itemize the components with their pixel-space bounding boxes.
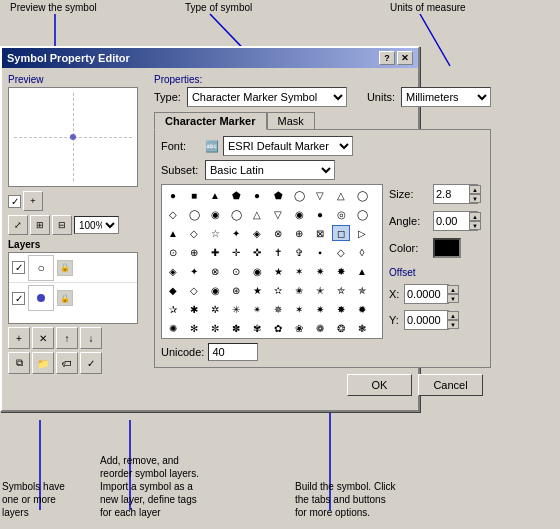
symbol-cell-16[interactable]: ◉ [290, 206, 308, 222]
symbol-cell-9[interactable]: ◯ [353, 187, 371, 203]
tab-mask[interactable]: Mask [267, 112, 315, 130]
help-button[interactable]: ? [379, 51, 395, 65]
symbol-cell-1[interactable]: ■ [185, 187, 203, 203]
layer1-lock[interactable]: 🔒 [57, 260, 73, 276]
symbol-cell-39[interactable]: ◊ [353, 244, 371, 260]
offset-x-up[interactable]: ▲ [447, 285, 459, 294]
symbol-cell-3[interactable]: ⬟ [227, 187, 245, 203]
offset-x-down[interactable]: ▼ [447, 294, 459, 303]
symbol-cell-71[interactable]: ✻ [185, 320, 203, 336]
symbol-cell-66[interactable]: ✶ [290, 301, 308, 317]
layer2-lock[interactable]: 🔒 [57, 290, 73, 306]
symbol-cell-10[interactable]: ◇ [164, 206, 182, 222]
symbol-cell-61[interactable]: ✱ [185, 301, 203, 317]
symbol-cell-77[interactable]: ❁ [311, 320, 329, 336]
symbol-cell-18[interactable]: ◎ [332, 206, 350, 222]
symbol-cell-69[interactable]: ✹ [353, 301, 371, 317]
symbol-cell-29[interactable]: ▷ [353, 225, 371, 241]
symbol-cell-21[interactable]: ◇ [185, 225, 203, 241]
symbol-cell-59[interactable]: ✯ [353, 282, 371, 298]
symbol-cell-46[interactable]: ✶ [290, 263, 308, 279]
zoom-select[interactable]: 100% [74, 216, 119, 234]
symbol-cell-62[interactable]: ✲ [206, 301, 224, 317]
symbol-cell-54[interactable]: ★ [248, 282, 266, 298]
layer2-checkbox[interactable] [12, 292, 25, 305]
symbol-cell-47[interactable]: ✷ [311, 263, 329, 279]
symbol-cell-14[interactable]: △ [248, 206, 266, 222]
layer-add-btn[interactable]: + [8, 327, 30, 349]
symbol-cell-76[interactable]: ❀ [290, 320, 308, 336]
size-input[interactable] [434, 187, 469, 201]
symbol-cell-12[interactable]: ◉ [206, 206, 224, 222]
zoom-extent-btn[interactable]: ⊞ [30, 215, 50, 235]
symbol-cell-51[interactable]: ◇ [185, 282, 203, 298]
symbol-cell-24[interactable]: ◈ [248, 225, 266, 241]
symbol-cell-13[interactable]: ◯ [227, 206, 245, 222]
symbol-cell-6[interactable]: ◯ [290, 187, 308, 203]
symbol-cell-20[interactable]: ▲ [164, 225, 182, 241]
symbol-cell-36[interactable]: ✞ [290, 244, 308, 260]
symbol-cell-25[interactable]: ⊗ [269, 225, 287, 241]
symbol-cell-2[interactable]: ▲ [206, 187, 224, 203]
offset-x-input[interactable] [405, 287, 447, 301]
symbol-cell-37[interactable]: ▪ [311, 244, 329, 260]
zoom-fixed-btn[interactable]: ⊟ [52, 215, 72, 235]
angle-up[interactable]: ▲ [469, 212, 481, 221]
layer-row-1[interactable]: ○ 🔒 [9, 253, 137, 283]
layer-row-2[interactable]: 🔒 [9, 283, 137, 313]
layer-copy-btn[interactable]: ⧉ [8, 352, 30, 374]
symbol-cell-26[interactable]: ⊕ [290, 225, 308, 241]
symbol-cell-65[interactable]: ✵ [269, 301, 287, 317]
angle-input[interactable] [434, 214, 469, 228]
size-down[interactable]: ▼ [469, 194, 481, 203]
color-swatch[interactable] [433, 238, 461, 258]
symbol-cell-30[interactable]: ⊙ [164, 244, 182, 260]
preview-checkbox[interactable] [8, 195, 21, 208]
close-button[interactable]: ✕ [397, 51, 413, 65]
symbol-cell-57[interactable]: ✭ [311, 282, 329, 298]
symbol-cell-40[interactable]: ◈ [164, 263, 182, 279]
symbol-cell-73[interactable]: ✽ [227, 320, 245, 336]
tab-character-marker[interactable]: Character Marker [154, 112, 267, 130]
symbol-cell-17[interactable]: ● [311, 206, 329, 222]
symbol-cell-38[interactable]: ◇ [332, 244, 350, 260]
unicode-input[interactable] [208, 343, 258, 361]
symbol-cell-49[interactable]: ▲ [353, 263, 371, 279]
symbol-cell-72[interactable]: ✼ [206, 320, 224, 336]
size-up[interactable]: ▲ [469, 185, 481, 194]
offset-y-down[interactable]: ▼ [447, 320, 459, 329]
symbol-cell-42[interactable]: ⊗ [206, 263, 224, 279]
symbol-cell-7[interactable]: ▽ [311, 187, 329, 203]
symbol-cell-28[interactable]: ◻ [332, 225, 350, 241]
symbol-cell-60[interactable]: ✰ [164, 301, 182, 317]
symbol-cell-19[interactable]: ◯ [353, 206, 371, 222]
units-select[interactable]: Millimeters [401, 87, 491, 107]
symbol-cell-32[interactable]: ✚ [206, 244, 224, 260]
symbol-cell-50[interactable]: ◆ [164, 282, 182, 298]
symbol-cell-11[interactable]: ◯ [185, 206, 203, 222]
symbol-cell-79[interactable]: ❃ [353, 320, 371, 336]
zoom-fit-btn[interactable]: ⤢ [8, 215, 28, 235]
layer-remove-btn[interactable]: ✕ [32, 327, 54, 349]
symbol-cell-63[interactable]: ✳ [227, 301, 245, 317]
symbol-cell-31[interactable]: ⊕ [185, 244, 203, 260]
symbol-cell-0[interactable]: ● [164, 187, 182, 203]
symbol-cell-34[interactable]: ✜ [248, 244, 266, 260]
layer-tag-btn[interactable]: 🏷 [56, 352, 78, 374]
layer-import-btn[interactable]: 📁 [32, 352, 54, 374]
symbol-cell-78[interactable]: ❂ [332, 320, 350, 336]
symbol-cell-35[interactable]: ✝ [269, 244, 287, 260]
symbol-cell-55[interactable]: ✫ [269, 282, 287, 298]
symbol-cell-53[interactable]: ⊛ [227, 282, 245, 298]
symbol-cell-64[interactable]: ✴ [248, 301, 266, 317]
symbol-cell-48[interactable]: ✸ [332, 263, 350, 279]
symbol-cell-4[interactable]: ● [248, 187, 266, 203]
symbol-cell-15[interactable]: ▽ [269, 206, 287, 222]
font-select[interactable]: ESRI Default Marker [223, 136, 353, 156]
symbol-cell-5[interactable]: ⬟ [269, 187, 287, 203]
symbol-cell-41[interactable]: ✦ [185, 263, 203, 279]
offset-y-up[interactable]: ▲ [447, 311, 459, 320]
symbol-cell-22[interactable]: ☆ [206, 225, 224, 241]
symbol-cell-27[interactable]: ⊠ [311, 225, 329, 241]
symbol-cell-75[interactable]: ✿ [269, 320, 287, 336]
